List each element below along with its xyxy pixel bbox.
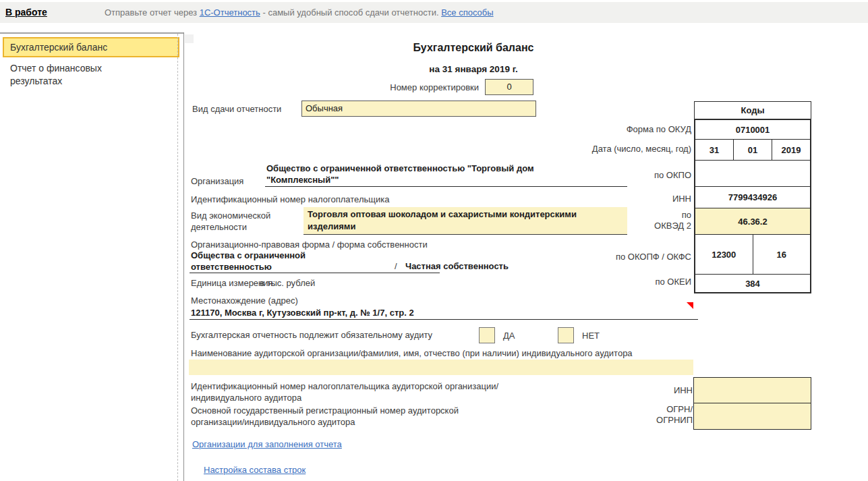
auditor-inn-label: Идентификационный номер налогоплательщик… (191, 380, 531, 403)
okved-label-line2: ОКВЭД 2 (556, 221, 691, 231)
link-rows-setup[interactable]: Настройка состава строк (204, 465, 306, 475)
okopf-okfs-label: по ОКОПФ / ОКФС (556, 252, 691, 262)
address-underline (190, 319, 698, 320)
sidebar-item-balance-sheet[interactable]: Бухгалтерский баланс (3, 37, 179, 57)
auditor-name-field[interactable] (189, 360, 693, 375)
okpo-label: по ОКПО (556, 170, 691, 180)
codes-table: 0710001 31 01 2019 7799434926 46.36.2 12… (694, 119, 811, 293)
measure-unit-value: в тыс. рублей (260, 278, 315, 288)
code-okpo-cell (695, 161, 810, 187)
auditor-inn-right-label: ИНН (625, 385, 693, 395)
legal-form-label: Организационно-правовая форма / форма со… (191, 239, 428, 250)
correction-number-label: Номер корректировки (310, 82, 479, 92)
organization-underline (265, 186, 627, 187)
legal-form-underline (190, 273, 440, 273)
code-okopf-okfs-row: 12300 16 (695, 235, 810, 275)
okved-label-line1: по (556, 210, 691, 220)
code-okei-cell: 384 (695, 275, 810, 292)
auditor-ogrn-field[interactable] (693, 403, 811, 430)
code-date-year-cell: 2019 (772, 140, 810, 160)
report-kind-field[interactable]: Обычная (301, 101, 536, 117)
sidebar-splitter[interactable] (177, 34, 178, 481)
codes-table-header: Коды (694, 101, 811, 119)
link-organizations-for-report[interactable]: Организации для заполнения отчета (192, 439, 342, 449)
organization-label: Организация (191, 176, 243, 186)
okei-label: по ОКЕИ (556, 277, 691, 287)
inn-label: ИНН (556, 194, 691, 204)
code-okfs-cell: 16 (753, 235, 811, 274)
link-all-methods[interactable]: Все способы (441, 7, 493, 18)
legal-form-value: Общества с ограниченной ответственностью (191, 250, 346, 273)
audit-yes-checkbox[interactable] (479, 327, 495, 343)
sidebar-item-financial-results[interactable]: Отчет о финансовых результатах (10, 62, 135, 88)
code-okved-cell[interactable]: 46.36.2 (695, 208, 810, 235)
okud-label: Форма по ОКУД (556, 124, 691, 134)
report-kind-label: Вид сдачи отчетности (192, 104, 281, 114)
address-value: 121170, Москва г, Кутузовский пр-кт, д. … (191, 308, 414, 318)
auditor-ogrn-label: Основной государственный регистрационный… (191, 405, 474, 428)
note-marker-icon (687, 302, 693, 309)
correction-number-field[interactable]: 0 (485, 79, 533, 95)
organization-value: Общество с ограниченной ответственностью… (266, 163, 570, 186)
ogrn-line2: ОГРНИП (656, 415, 693, 425)
code-inn-cell: 7799434926 (695, 187, 810, 208)
audit-no-label: НЕТ (582, 331, 600, 341)
address-label: Местонахождение (адрес) (191, 295, 298, 306)
code-date-month-cell: 01 (734, 140, 772, 160)
promo-text-prefix: Отправьте отчет через (105, 7, 200, 18)
form-subtitle: на 31 января 2019 г. (183, 64, 763, 74)
audit-no-checkbox[interactable] (558, 327, 574, 343)
promo-message: Отправьте отчет через 1С-Отчетность - са… (105, 7, 494, 18)
audit-yes-label: ДА (503, 331, 515, 341)
form-title: Бухгалтерский баланс (183, 42, 763, 54)
auditor-inn-field[interactable] (693, 377, 811, 403)
code-okopf-cell: 12300 (695, 235, 753, 274)
legal-form-separator: / (395, 261, 397, 271)
auditor-ogrn-right-label: ОГРН/ОГРНИП (625, 404, 693, 426)
ownership-form-value: Частная собственность (405, 261, 509, 271)
auditor-name-label: Наименование аудиторской организации/фам… (191, 348, 633, 358)
taxpayer-number-label: Идентификационный номер налогоплательщик… (191, 194, 389, 204)
section-tab-in-work[interactable]: В работе (5, 7, 47, 18)
link-1c-reporting[interactable]: 1С-Отчетность (200, 7, 260, 18)
code-date-day-cell: 31 (695, 140, 734, 160)
audit-required-label: Бухгалтерская отчетность подлежит обязат… (191, 330, 432, 340)
activity-kind-label: Вид экономической деятельности (191, 210, 285, 233)
promo-text-middle: - самый удобный способ сдачи отчетности. (260, 7, 441, 18)
code-date-row: 31 01 2019 (695, 140, 810, 161)
date-label: Дата (число, месяц, год) (523, 144, 691, 154)
ogrn-line1: ОГРН/ (666, 404, 693, 414)
code-okud-cell: 0710001 (695, 120, 810, 140)
